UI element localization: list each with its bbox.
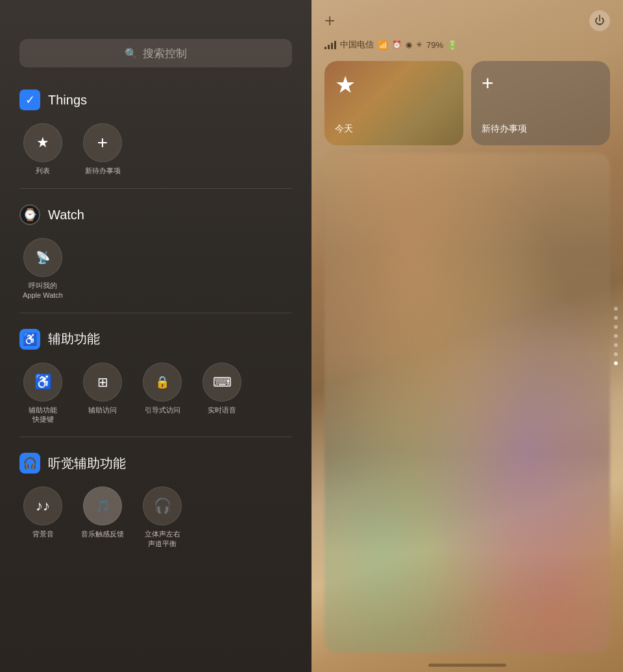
stereo-balance-icon: 🎧 (143, 486, 182, 525)
hearing-items-row: ♪♪ 背景音 🎵 音乐触感反馈 🎧 立体声左右 声道平衡 (19, 481, 292, 558)
section-title-things: Things (48, 93, 87, 108)
new-item-card[interactable]: + 新待办事项 (471, 61, 610, 145)
live-speech-label: 实时语音 (208, 405, 236, 414)
power-icon: ⏻ (594, 15, 605, 27)
accessibility-shortcut-label: 辅助功能 快捷键 (29, 405, 57, 424)
guided-access-icon: ⊞ (83, 363, 122, 402)
today-card[interactable]: ★ 今天 (324, 61, 463, 145)
divider-1 (19, 188, 292, 189)
dot-2 (614, 316, 618, 320)
carrier-label: 中国电信 (340, 39, 374, 51)
guided-access-label: 辅助访问 (88, 405, 117, 414)
dot-5 (614, 343, 618, 347)
section-things: ✓ Things ★ 列表 + 新待办事项 (19, 80, 292, 189)
guided-access-2-label: 引导式访问 (145, 405, 180, 414)
section-header-watch: ⌚ Watch (19, 195, 292, 233)
stereo-balance-label: 立体声左右 声道平衡 (145, 529, 180, 548)
alarm-icon: ⏰ (392, 40, 402, 49)
things-items-row: ★ 列表 + 新待办事项 (19, 118, 292, 186)
section-header-hearing: 🎧 听觉辅助功能 (19, 444, 292, 481)
sections-container: ✓ Things ★ 列表 + 新待办事项 ⌚ Watch (0, 80, 312, 672)
battery-percent: 79% (426, 40, 443, 50)
watch-items-row: 📡 呼叫我的 Apple Watch (19, 233, 292, 310)
add-control-button[interactable]: + (324, 12, 335, 30)
section-header-accessibility: ♿ 辅助功能 (19, 320, 292, 357)
dots-panel (614, 300, 618, 372)
bluetooth-icon: ✳ (416, 40, 422, 49)
section-watch: ⌚ Watch 📡 呼叫我的 Apple Watch (19, 195, 292, 313)
power-button[interactable]: ⏻ (589, 10, 610, 31)
section-accessibility: ♿ 辅助功能 ♿ 辅助功能 快捷键 ⊞ 辅助访问 🔒 引导式访问 ⌨ (19, 320, 292, 438)
new-todo-icon: + (83, 123, 122, 162)
background-sounds-label: 背景音 (32, 529, 54, 538)
watch-icon: ⌚ (19, 204, 40, 225)
search-icon: 🔍 (125, 47, 138, 60)
control-cards-row: ★ 今天 + 新待办事项 (312, 56, 623, 153)
section-title-hearing: 听觉辅助功能 (48, 455, 126, 472)
background-sounds-item[interactable]: ♪♪ 背景音 (19, 486, 66, 548)
blurred-controls-area (324, 153, 610, 653)
accessibility-icon: ♿ (19, 329, 40, 350)
background-sounds-icon: ♪♪ (23, 486, 62, 525)
divider-2 (19, 313, 292, 313)
accessibility-shortcut-icon: ♿ (23, 363, 62, 402)
today-card-label: 今天 (335, 123, 453, 135)
blurred-inner (324, 153, 610, 653)
new-item-card-icon: + (482, 71, 600, 95)
guided-access-2-item[interactable]: 🔒 引导式访问 (139, 363, 186, 424)
right-top-bar: + ⏻ (312, 0, 623, 36)
stereo-balance-item[interactable]: 🎧 立体声左右 声道平衡 (139, 486, 186, 548)
today-card-icon: ★ (335, 71, 453, 99)
hearing-icon: 🎧 (19, 453, 40, 474)
battery-icon: 🔋 (447, 40, 458, 50)
haptic-music-item[interactable]: 🎵 音乐触感反馈 (79, 486, 126, 548)
dot-7-active (614, 361, 618, 365)
signal-bar-3 (331, 43, 333, 49)
divider-3 (19, 437, 292, 437)
section-title-watch: Watch (48, 208, 84, 222)
accessibility-items-row: ♿ 辅助功能 快捷键 ⊞ 辅助访问 🔒 引导式访问 ⌨ 实时语音 (19, 357, 292, 435)
right-panel: + ⏻ 中国电信 📶 ⏰ ◉ ✳ 79% 🔋 ★ 今天 + 新待办事项 (312, 0, 623, 672)
new-item-card-label: 新待办事项 (482, 123, 600, 135)
left-panel: 🔍 搜索控制 ✓ Things ★ 列表 + 新待办事项 (0, 0, 312, 672)
guided-access-item[interactable]: ⊞ 辅助访问 (79, 363, 126, 424)
ping-watch-item[interactable]: 📡 呼叫我的 Apple Watch (19, 238, 66, 300)
new-todo-label: 新待办事项 (85, 166, 121, 175)
dot-6 (614, 352, 618, 356)
guided-access-2-icon: 🔒 (143, 363, 182, 402)
haptic-music-label: 音乐触感反馈 (81, 529, 124, 538)
dot-1 (614, 307, 618, 311)
location-icon: ◉ (406, 40, 412, 49)
right-bottom-bar (312, 653, 623, 672)
ping-watch-icon: 📡 (23, 238, 62, 277)
ping-watch-label: 呼叫我的 Apple Watch (23, 281, 63, 300)
list-item[interactable]: ★ 列表 (19, 123, 66, 175)
signal-icon (324, 40, 336, 49)
signal-bar-2 (328, 45, 330, 49)
section-header-things: ✓ Things (19, 80, 292, 118)
accessibility-shortcut-item[interactable]: ♿ 辅助功能 快捷键 (19, 363, 66, 424)
things-checkbox-icon: ✓ (19, 90, 40, 110)
live-speech-icon: ⌨ (202, 363, 241, 402)
dot-3 (614, 325, 618, 329)
live-speech-item[interactable]: ⌨ 实时语音 (199, 363, 245, 424)
new-todo-item[interactable]: + 新待办事项 (79, 123, 126, 175)
section-title-accessibility: 辅助功能 (48, 330, 100, 348)
search-bar[interactable]: 🔍 搜索控制 (19, 39, 292, 67)
search-placeholder: 搜索控制 (143, 46, 187, 61)
haptic-music-icon: 🎵 (83, 486, 122, 525)
home-indicator (428, 664, 506, 667)
signal-bar-1 (324, 47, 326, 49)
list-icon: ★ (23, 123, 62, 162)
wifi-icon: 📶 (378, 40, 388, 50)
status-bar: 中国电信 📶 ⏰ ◉ ✳ 79% 🔋 (312, 36, 623, 56)
list-label: 列表 (36, 166, 50, 175)
dot-4 (614, 334, 618, 338)
section-hearing: 🎧 听觉辅助功能 ♪♪ 背景音 🎵 音乐触感反馈 🎧 立体声左右 声道平衡 (19, 444, 292, 558)
signal-bar-4 (334, 41, 336, 49)
